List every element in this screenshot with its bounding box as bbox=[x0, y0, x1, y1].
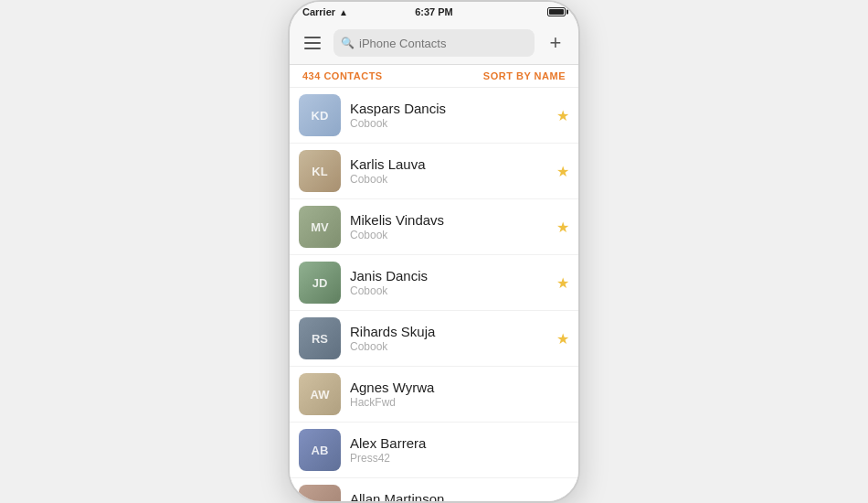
contact-info: Allan MartinsonMTVP bbox=[350, 491, 569, 501]
contact-info: Kaspars DancisCobook bbox=[350, 101, 547, 130]
status-left: Carrier ▲ bbox=[302, 6, 348, 17]
contact-company: Cobook bbox=[350, 284, 547, 297]
status-time: 6:37 PM bbox=[415, 6, 453, 17]
contact-item[interactable]: RSRihards SkujaCobook★ bbox=[290, 311, 578, 367]
contact-name: Allan Martinson bbox=[350, 491, 569, 501]
contact-info: Alex BarreraPress42 bbox=[350, 435, 569, 465]
wifi-icon: ▲ bbox=[339, 7, 348, 17]
star-icon[interactable]: ★ bbox=[556, 274, 569, 292]
search-bar[interactable]: 🔍 bbox=[333, 29, 535, 57]
contact-item[interactable]: KLKarlis LauvaCobook★ bbox=[290, 144, 578, 199]
contact-item[interactable]: JDJanis DancisCobook★ bbox=[290, 255, 578, 311]
menu-button[interactable] bbox=[299, 29, 326, 57]
contact-company: Press42 bbox=[350, 452, 569, 465]
contact-info: Karlis LauvaCobook bbox=[350, 156, 547, 186]
avatar: KL bbox=[299, 150, 341, 192]
contact-info: Agnes WyrwaHackFwd bbox=[350, 380, 569, 409]
contact-info: Janis DancisCobook bbox=[350, 268, 547, 297]
contact-name: Karlis Lauva bbox=[350, 156, 547, 172]
contact-info: Rihards SkujaCobook bbox=[350, 324, 547, 353]
contact-company: Cobook bbox=[350, 229, 547, 241]
contact-item[interactable]: ABAlex BarreraPress42 bbox=[290, 423, 578, 478]
avatar: AM bbox=[299, 485, 341, 501]
contact-name: Mikelis Vindavs bbox=[350, 212, 547, 228]
status-right bbox=[547, 7, 566, 16]
avatar: KD bbox=[299, 94, 341, 136]
battery-icon bbox=[547, 7, 566, 16]
contact-name: Agnes Wyrwa bbox=[350, 380, 569, 395]
menu-line-1 bbox=[304, 37, 321, 38]
contact-list: KDKaspars DancisCobook★KLKarlis LauvaCob… bbox=[290, 88, 578, 501]
search-input[interactable] bbox=[359, 37, 527, 50]
avatar: AW bbox=[299, 373, 341, 415]
carrier-label: Carrier bbox=[302, 6, 335, 17]
star-icon[interactable]: ★ bbox=[556, 107, 569, 124]
contacts-count: 434 CONTACTS bbox=[302, 70, 383, 81]
star-icon[interactable]: ★ bbox=[556, 330, 569, 348]
contact-company: HackFwd bbox=[350, 396, 569, 409]
contact-company: Cobook bbox=[350, 173, 547, 186]
menu-line-2 bbox=[304, 42, 321, 44]
add-contact-button[interactable]: + bbox=[542, 29, 569, 57]
menu-line-3 bbox=[304, 48, 321, 49]
contact-item[interactable]: MVMikelis VindavsCobook★ bbox=[290, 199, 578, 255]
contact-item[interactable]: AWAgnes WyrwaHackFwd bbox=[290, 367, 578, 423]
search-icon: 🔍 bbox=[341, 37, 355, 49]
contact-item[interactable]: KDKaspars DancisCobook★ bbox=[290, 88, 578, 144]
contact-name: Kaspars Dancis bbox=[350, 101, 547, 116]
phone-frame: Carrier ▲ 6:37 PM 🔍 + 434 CONTACTS SORT … bbox=[288, 0, 580, 503]
avatar: JD bbox=[299, 262, 341, 304]
star-icon[interactable]: ★ bbox=[556, 219, 569, 236]
contact-company: Cobook bbox=[350, 340, 547, 353]
star-icon[interactable]: ★ bbox=[556, 163, 569, 180]
contact-name: Rihards Skuja bbox=[350, 324, 547, 339]
avatar: AB bbox=[299, 429, 341, 471]
contact-name: Alex Barrera bbox=[350, 435, 569, 451]
contact-company: Cobook bbox=[350, 117, 547, 130]
avatar: MV bbox=[299, 206, 341, 248]
contact-info: Mikelis VindavsCobook bbox=[350, 212, 547, 241]
status-bar: Carrier ▲ 6:37 PM bbox=[290, 2, 578, 22]
contact-item[interactable]: AMAllan MartinsonMTVP bbox=[290, 478, 578, 501]
contacts-header: 434 CONTACTS SORT BY NAME bbox=[290, 65, 578, 88]
contact-name: Janis Dancis bbox=[350, 268, 547, 284]
nav-bar: 🔍 + bbox=[290, 22, 578, 65]
sort-button[interactable]: SORT BY NAME bbox=[483, 70, 566, 81]
avatar: RS bbox=[299, 317, 341, 359]
